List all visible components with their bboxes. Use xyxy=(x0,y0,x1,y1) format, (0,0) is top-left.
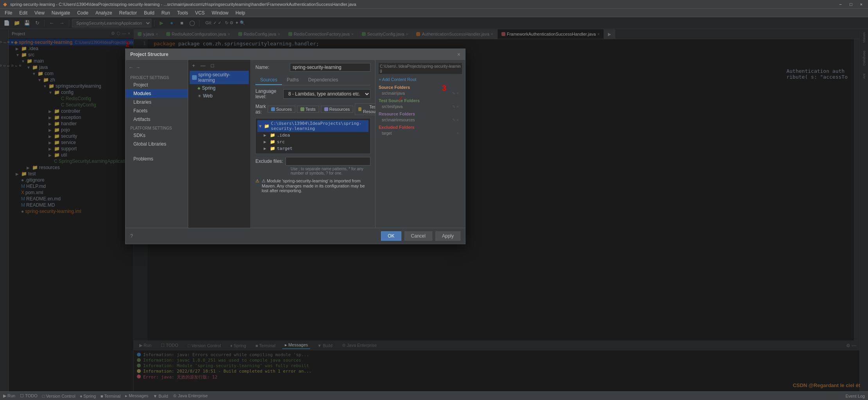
right-panel-path: C:\Users\..\IdeaProjects\spring-security… xyxy=(379,63,462,74)
tab-sources[interactable]: Sources xyxy=(255,76,282,85)
window-controls: − □ × xyxy=(837,1,865,7)
platform-settings-section: Platform Settings xyxy=(126,124,188,131)
name-input[interactable] xyxy=(290,63,370,72)
status-left: ▶ Run ☐ TODO □ Version Control ♦ Spring … xyxy=(3,393,208,398)
menu-edit[interactable]: Edit xyxy=(16,9,31,16)
name-label: Name: xyxy=(255,65,287,70)
exclude-input[interactable] xyxy=(286,157,370,166)
tab-dependencies[interactable]: Dependencies xyxy=(304,76,343,85)
menu-analyze[interactable]: Analyze xyxy=(92,9,115,16)
edit-source-icon[interactable]: ✎ × xyxy=(452,91,459,95)
source-tree-idea[interactable]: ▶ 📁 .idea xyxy=(257,132,368,139)
window-title: spring-security-learning - C:\Users\1390… xyxy=(10,2,356,7)
nav-problems[interactable]: Problems xyxy=(126,155,188,163)
exclude-files-row: Exclude files: xyxy=(255,157,370,166)
edit-excluded-icon[interactable]: × xyxy=(456,131,459,135)
lang-level-row: Language level: 8 - Lambdas, type annota… xyxy=(255,88,370,99)
remove-module-button[interactable]: — xyxy=(199,61,207,69)
tests-dot xyxy=(300,107,304,111)
nav-libraries[interactable]: Libraries xyxy=(126,98,188,106)
module-root-label: spring-security-learning xyxy=(198,72,246,83)
spring-status[interactable]: ♦ Spring xyxy=(80,394,96,398)
cancel-button[interactable]: Cancel xyxy=(404,231,432,241)
nav-project[interactable]: Project xyxy=(126,81,188,89)
nav-sdks[interactable]: SDKs xyxy=(126,131,188,140)
apply-button[interactable]: Apply xyxy=(435,231,460,241)
mark-sources-button[interactable]: Sources xyxy=(268,106,295,113)
module-spring-label: Spring xyxy=(202,85,216,91)
mark-test-resources-button[interactable]: Test Resources xyxy=(355,103,375,115)
add-module-button[interactable]: + xyxy=(190,61,198,69)
resource-folders-title: Resource Folders xyxy=(379,112,462,116)
menu-navigate[interactable]: Navigate xyxy=(49,9,73,16)
messages-status[interactable]: ▸ Messages xyxy=(125,393,148,398)
mark-tests-button[interactable]: Tests xyxy=(297,106,319,113)
maximize-button[interactable]: □ xyxy=(847,1,855,7)
exclude-hint: Use ; to separate name patterns, * for a… xyxy=(255,167,370,175)
sources-dot xyxy=(271,107,275,111)
test-source-folders-title: Test Source Folders xyxy=(379,98,462,103)
ok-button[interactable]: OK xyxy=(381,231,401,241)
dialog-buttons: ? OK Cancel Apply xyxy=(126,228,465,244)
menu-refactor[interactable]: Refactor xyxy=(116,9,140,16)
excluded-folder-item-1: target × xyxy=(379,131,462,136)
name-row: Name: xyxy=(255,63,370,72)
dialog-body: ← → Project Settings Project Modules Lib… xyxy=(126,60,465,228)
copy-module-button[interactable]: □ xyxy=(208,61,216,69)
dialog-close-button[interactable]: × xyxy=(457,51,460,58)
test-resources-dot xyxy=(358,107,361,111)
menu-build[interactable]: Build xyxy=(141,9,158,16)
resources-dot xyxy=(324,107,328,111)
project-settings-section: Project Settings xyxy=(126,73,188,81)
excluded-folders-title: Excluded Folders xyxy=(379,125,462,130)
module-tree: + — □ spring-security-learning ♣ Spring … xyxy=(188,60,251,228)
src-tree-arrow-src: ▶ xyxy=(264,139,268,144)
todo-status[interactable]: ☐ TODO xyxy=(20,393,37,398)
minimize-button[interactable]: − xyxy=(837,1,844,7)
menu-file[interactable]: File xyxy=(2,9,15,16)
dialog-title: Project Structure xyxy=(130,52,168,57)
nav-facets[interactable]: Facets xyxy=(126,106,188,115)
nav-modules[interactable]: Modules xyxy=(126,89,188,98)
source-tree-target[interactable]: ▶ 📁 target xyxy=(257,145,368,152)
mark-resources-button[interactable]: Resources xyxy=(321,106,354,113)
src-folder-icon-src: 📁 xyxy=(270,139,275,144)
app-icon: ◆ xyxy=(3,1,7,7)
run-status[interactable]: ▶ Run xyxy=(3,393,15,398)
java-enterprise-status[interactable]: ♔ Java Enterprise xyxy=(173,393,208,398)
close-button[interactable]: × xyxy=(858,1,865,7)
menu-help[interactable]: Help xyxy=(232,9,248,16)
module-item-web[interactable]: ☀ Web xyxy=(190,92,249,100)
module-item-root[interactable]: spring-security-learning xyxy=(190,71,249,84)
mark-resources-label: Resources xyxy=(329,107,350,112)
source-tree-root[interactable]: ▼ 📁 C:\Users\13904\IdeaProjects\spring-s… xyxy=(257,120,368,132)
menu-view[interactable]: View xyxy=(31,9,48,16)
menu-window[interactable]: Window xyxy=(208,9,232,16)
nav-forward-button[interactable]: → xyxy=(136,65,140,70)
nav-back-button[interactable]: ← xyxy=(129,65,133,70)
lang-label: Language level: xyxy=(255,88,280,99)
event-log-status[interactable]: Event Log xyxy=(845,394,865,398)
lang-level-select[interactable]: 8 - Lambdas, type annotations etc. xyxy=(283,89,370,99)
source-folder-item-1: src\main\java ✎ × xyxy=(379,91,462,96)
menu-vcs[interactable]: VCS xyxy=(192,9,208,16)
menu-run[interactable]: Run xyxy=(158,9,173,16)
build-status[interactable]: ▼ Build xyxy=(153,394,168,398)
edit-resource-icon[interactable]: ✎ × xyxy=(452,118,459,122)
exclude-label: Exclude files: xyxy=(255,159,283,164)
menu-bar: File Edit View Navigate Code Analyze Ref… xyxy=(0,9,868,17)
menu-code[interactable]: Code xyxy=(74,9,92,16)
question-icon[interactable]: ? xyxy=(130,233,133,239)
module-item-spring[interactable]: ♣ Spring xyxy=(190,84,249,92)
edit-test-source-icon[interactable]: ✎ × xyxy=(452,105,459,109)
version-control-status[interactable]: □ Version Control xyxy=(42,394,75,398)
tab-paths[interactable]: Paths xyxy=(282,76,304,85)
terminal-status[interactable]: ■ Terminal xyxy=(101,394,120,398)
source-tree-src[interactable]: ▶ 📁 src xyxy=(257,139,368,145)
menu-tools[interactable]: Tools xyxy=(174,9,191,16)
dialog-main-content: Name: Sources Paths Dependencies Languag… xyxy=(251,60,375,228)
nav-artifacts[interactable]: Artifacts xyxy=(126,115,188,124)
nav-global-libraries[interactable]: Global Libraries xyxy=(126,140,188,148)
dialog-right-panel: C:\Users\..\IdeaProjects\spring-security… xyxy=(375,60,465,228)
add-content-root-button[interactable]: + Add Content Root xyxy=(379,77,462,82)
